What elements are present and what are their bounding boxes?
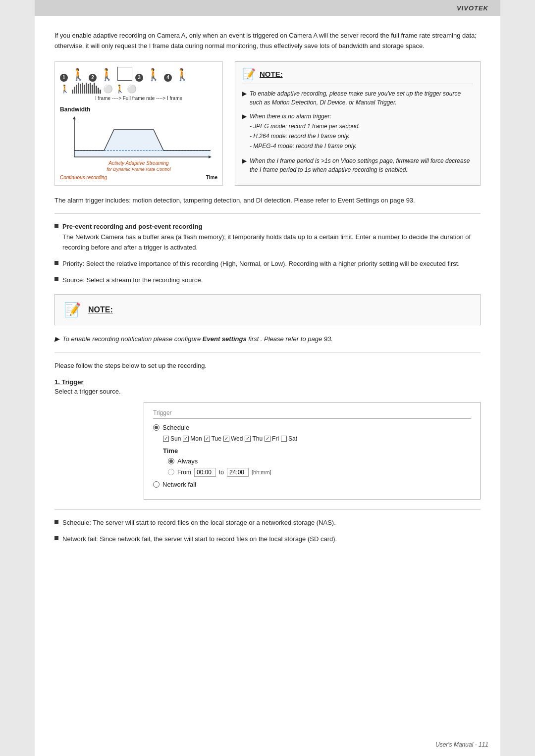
- frame-num-2: 2: [89, 74, 97, 82]
- top-bar: VIVOTEK: [35, 0, 500, 16]
- divider-3: [54, 509, 481, 510]
- cb-mon-box[interactable]: ✓: [183, 436, 189, 442]
- frame-icon-2: 🚶: [100, 68, 114, 82]
- divider-2: [54, 353, 481, 353]
- from-row: From to [hh:mm]: [168, 468, 471, 477]
- frame-icon-1: 🚶: [71, 68, 86, 82]
- svg-marker-5: [74, 130, 211, 157]
- note-text-3: When the I frame period is >1s on Video …: [250, 156, 473, 174]
- network-fail-radio[interactable]: [153, 481, 160, 488]
- from-label: From: [177, 469, 191, 476]
- to-input[interactable]: [227, 468, 249, 477]
- bar-group: [72, 83, 101, 94]
- intro-paragraph: If you enable adaptive recording on Came…: [54, 31, 481, 51]
- bullet-title-1: Pre-event recording and post-event recor…: [62, 223, 202, 230]
- footer-text: User's Manual - 111: [435, 741, 488, 748]
- cb-wed-box[interactable]: ✓: [223, 436, 229, 442]
- bottom-bullet-text-2: Network fail: Since network fail, the se…: [62, 534, 337, 545]
- big-note-content: NOTE:: [88, 305, 113, 314]
- to-label: to: [219, 469, 224, 476]
- cb-mon-label: Mon: [190, 435, 202, 442]
- trigger-box: Trigger Schedule ✓ Sun ✓ Mon ✓: [144, 402, 481, 500]
- frame-num-4: 4: [164, 74, 172, 82]
- bandwidth-label: Bandwidth: [60, 106, 217, 113]
- note-header: 📝 NOTE:: [242, 68, 473, 84]
- big-note-box: 📝 NOTE:: [54, 294, 481, 325]
- arrow-icon-3: ▶: [242, 156, 247, 174]
- small-icon-left: 🚶: [60, 84, 70, 94]
- note-box-right: 📝 NOTE: ▶ To enable adaptive recording, …: [235, 61, 481, 186]
- days-checkbox-row: ✓ Sun ✓ Mon ✓ Tue ✓ Wed ✓ Thu: [163, 435, 471, 442]
- from-radio[interactable]: [168, 469, 174, 475]
- note-before-text: To enable recording notification please …: [62, 334, 333, 345]
- note-pencil-icon: 📝: [242, 68, 256, 81]
- brand-label: VIVOTEK: [457, 4, 488, 12]
- chart-svg: [60, 115, 217, 159]
- cb-tue[interactable]: ✓ Tue: [204, 435, 221, 442]
- network-fail-label: Network fail: [162, 481, 196, 488]
- time-label: Time: [206, 175, 217, 180]
- footer: User's Manual - 111: [435, 741, 488, 748]
- cb-wed[interactable]: ✓ Wed: [223, 435, 243, 442]
- diagram-column: 1 🚶 2 🚶 3 🚶 4 🚶 🚶: [54, 61, 223, 186]
- network-fail-row[interactable]: Network fail: [153, 481, 471, 488]
- always-radio[interactable]: [168, 458, 174, 464]
- always-label: Always: [177, 457, 198, 465]
- cb-sat-label: Sat: [288, 435, 297, 442]
- note-item-1: ▶ To enable adaptive recording, please m…: [242, 89, 473, 107]
- bullet-text-3: Source: Select a stream for the recordin…: [62, 275, 203, 286]
- always-row[interactable]: Always: [168, 457, 471, 465]
- time-section: Time Always From to [hh:mm]: [163, 447, 471, 477]
- page-wrapper: VIVOTEK If you enable adaptive recording…: [35, 0, 500, 756]
- schedule-radio[interactable]: [153, 424, 160, 431]
- frame-icon-4: 🚶: [175, 68, 190, 82]
- cb-sun[interactable]: ✓ Sun: [163, 435, 181, 442]
- cb-tue-box[interactable]: ✓: [204, 436, 210, 442]
- from-input[interactable]: [194, 468, 216, 477]
- cb-sat[interactable]: Sat: [281, 435, 297, 442]
- cb-tue-label: Tue: [212, 435, 221, 442]
- chart-caption-sub: for Dynamic Frame Rate Control: [60, 167, 217, 172]
- schedule-radio-row[interactable]: Schedule: [153, 424, 471, 431]
- frame-icon-3: 🚶: [146, 68, 161, 82]
- cb-wed-label: Wed: [231, 435, 243, 442]
- bullet-square-2: [54, 261, 58, 265]
- note-text-1: To enable adaptive recording, please mak…: [250, 89, 473, 107]
- bottom-bullet-text-1: Schedule: The server will start to recor…: [62, 518, 336, 528]
- sub-item-1: - JPEG mode: record 1 frame per second.: [250, 122, 360, 131]
- cb-thu[interactable]: ✓ Thu: [245, 435, 263, 442]
- bullet-1: Pre-event recording and post-event recor…: [54, 222, 481, 252]
- bold-event-settings: Event settings: [203, 335, 247, 343]
- sub-item-2: - H.264 mode: record the I frame only.: [250, 132, 360, 141]
- arrow-icon-2: ▶: [242, 112, 247, 151]
- bullet-body-1: The Network Camera has a buffer area (a …: [62, 233, 471, 251]
- cb-sat-box[interactable]: [281, 436, 287, 442]
- chart-caption: Activity Adaptive Streaming: [60, 160, 217, 166]
- frame-num-1: 1: [60, 74, 68, 82]
- cb-fri[interactable]: ✓ Fri: [265, 435, 279, 442]
- chart-area: [60, 115, 217, 159]
- frame-num-3: 3: [135, 74, 143, 82]
- big-note-title: NOTE:: [88, 305, 113, 314]
- two-col-section: 1 🚶 2 🚶 3 🚶 4 🚶 🚶: [54, 61, 481, 186]
- cb-fri-box[interactable]: ✓: [265, 436, 270, 442]
- frame-box: [117, 67, 132, 81]
- cb-sun-box[interactable]: ✓: [163, 436, 169, 442]
- alarm-text: The alarm trigger includes: motion detec…: [54, 196, 481, 206]
- note-text-2: When there is no alarm trigger:: [250, 112, 360, 121]
- bottom-bullet-1: Schedule: The server will start to recor…: [54, 518, 481, 528]
- schedule-radio-dot: [155, 426, 158, 429]
- arrow-icon-1: ▶: [242, 89, 247, 107]
- svg-marker-1: [73, 116, 76, 119]
- cb-thu-label: Thu: [252, 435, 263, 442]
- bullet-3: Source: Select a stream for the recordin…: [54, 275, 481, 286]
- bullet-square-1: [54, 224, 58, 228]
- cb-mon[interactable]: ✓ Mon: [183, 435, 202, 442]
- continuous-label: Continuous recording: [60, 175, 107, 180]
- cb-sun-label: Sun: [170, 435, 181, 442]
- bottom-bullet-sq-1: [54, 520, 58, 524]
- diagram-box: 1 🚶 2 🚶 3 🚶 4 🚶 🚶: [54, 61, 223, 186]
- schedule-label: Schedule: [162, 424, 189, 431]
- frame-label: I frame ----> Full frame rate ----> I fr…: [60, 96, 217, 101]
- cb-thu-box[interactable]: ✓: [245, 436, 251, 442]
